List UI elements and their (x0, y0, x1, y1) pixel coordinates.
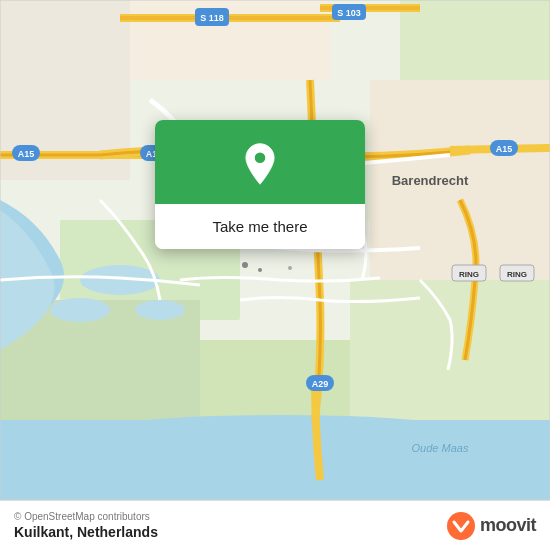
svg-text:RING: RING (459, 270, 479, 279)
footer-left: © OpenStreetMap contributors Kuilkant, N… (14, 511, 158, 540)
svg-text:RING: RING (507, 270, 527, 279)
moovit-brand-text: moovit (480, 515, 536, 536)
svg-point-12 (135, 300, 185, 320)
svg-point-38 (288, 266, 292, 270)
location-text: Kuilkant, Netherlands (14, 524, 158, 540)
svg-text:A29: A29 (312, 379, 329, 389)
svg-rect-9 (0, 420, 550, 500)
svg-point-40 (255, 153, 266, 164)
moovit-logo: moovit (447, 512, 536, 540)
svg-text:S 118: S 118 (200, 13, 224, 23)
popup-icon-area (155, 120, 365, 204)
svg-text:A15: A15 (496, 144, 513, 154)
copyright-text: © OpenStreetMap contributors (14, 511, 158, 522)
moovit-logo-icon (447, 512, 475, 540)
map-container[interactable]: S 118 S 103 A15 A15 A15 A29 A29 RING RIN… (0, 0, 550, 500)
footer: © OpenStreetMap contributors Kuilkant, N… (0, 500, 550, 550)
svg-text:S 103: S 103 (337, 8, 361, 18)
svg-point-36 (242, 262, 248, 268)
svg-point-41 (447, 512, 475, 540)
svg-point-37 (258, 268, 262, 272)
popup-card: Take me there (155, 120, 365, 249)
svg-text:Oude Maas: Oude Maas (412, 442, 469, 454)
take-me-there-button[interactable]: Take me there (155, 204, 365, 249)
svg-text:Barendrecht: Barendrecht (392, 173, 469, 188)
svg-point-11 (50, 298, 110, 322)
location-pin-icon (238, 142, 282, 186)
svg-text:A15: A15 (18, 149, 35, 159)
svg-rect-13 (130, 0, 330, 80)
